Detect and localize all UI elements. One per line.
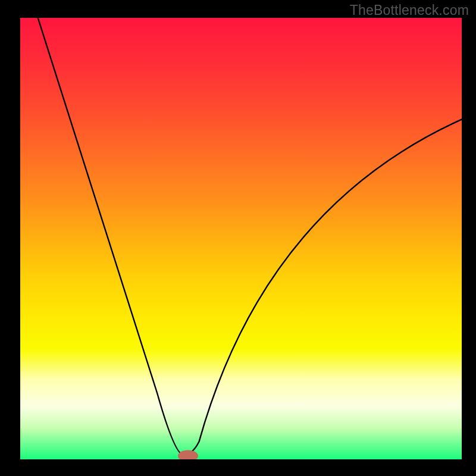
chart-plot-area — [20, 18, 462, 459]
chart-background — [20, 18, 462, 459]
watermark-text: TheBottleneck.com — [350, 2, 469, 18]
chart-frame: TheBottleneck.com — [0, 0, 476, 476]
chart-svg — [20, 18, 462, 459]
